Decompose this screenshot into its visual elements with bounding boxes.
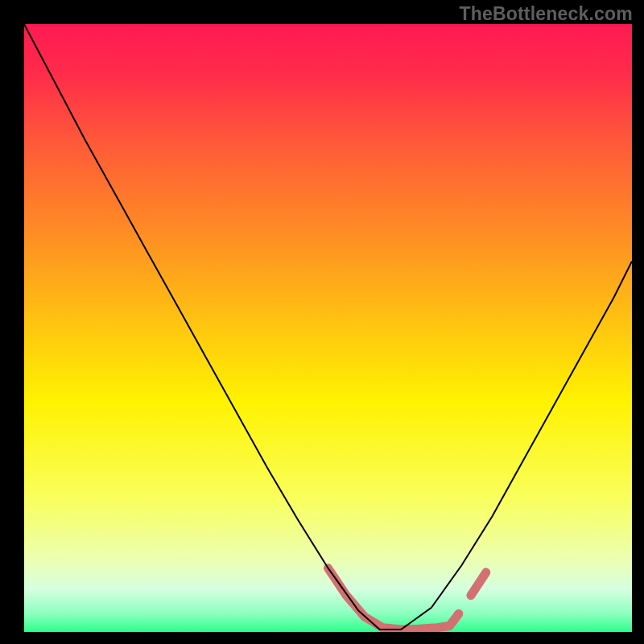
chart-gradient-background	[24, 24, 632, 632]
watermark-label: TheBottleneck.com	[459, 3, 633, 25]
chart-svg	[24, 24, 632, 632]
bottleneck-chart	[24, 24, 632, 632]
